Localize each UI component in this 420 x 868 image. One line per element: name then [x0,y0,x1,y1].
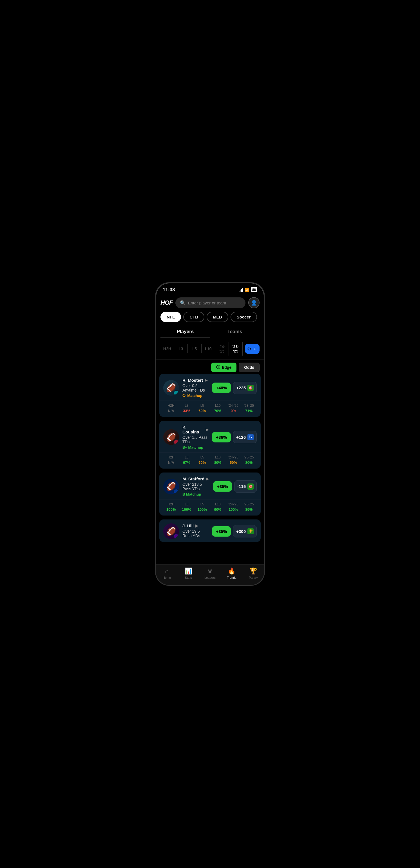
player-card-stafford[interactable]: 🏈 M. Stafford ▶ Over 213.5 Pass YDs B Ma… [159,472,261,516]
player-avatar-stafford: 🏈 [163,479,179,494]
profile-button[interactable]: 👤 [248,297,259,308]
card-top: 🏈 R. Mostert ▶ Over 0.5 Anytime TDs C- M… [159,374,261,401]
player-name: J. Hill [183,523,194,528]
player-list: 🏈 R. Mostert ▶ Over 0.5 Anytime TDs C- M… [156,374,264,564]
filter-23-25[interactable]: '23-'25 [229,342,243,355]
odds-toggle[interactable]: Odds [239,363,259,372]
filter-settings-button[interactable]: ⚙ 1 [245,344,259,354]
main-tabs: Players Teams [156,326,264,338]
nav-parlay-label: Parlay [249,576,258,579]
battery-indicator: 86 [251,287,257,292]
sport-tab-mlb[interactable]: MLB [206,312,228,322]
stat-l5: L5 100% [195,502,210,512]
nav-home[interactable]: ⌂ Home [156,567,178,579]
player-avatar-hill: 🏈 [163,523,179,539]
player-card-hill[interactable]: 🏈 J. Hill ▶ Over 19.5 Rush YDs +35% +300… [159,520,261,542]
odds-value: +225 🎯 [233,382,257,394]
stat-23-25: '23-'25 71% [241,404,257,413]
nav-trends-label: Trends [227,576,236,579]
stat-l3: L3 100% [179,502,194,512]
sport-tab-cfb[interactable]: CFB [183,312,204,322]
prop-line: Over 0.5 Anytime TDs [183,383,208,393]
player-card-cousins[interactable]: 🏈 K. Cousins ▶ Over 1.5 Pass TDs B+ Matc… [159,421,261,469]
prop-line: Over 213.5 Pass YDs [183,482,210,491]
arrow-icon: ▶ [205,378,207,382]
odds-value: +126 🛡 [233,431,257,443]
nav-trends[interactable]: 🔥 Trends [221,567,242,579]
tab-teams[interactable]: Teams [210,326,259,338]
status-bar: 11:38 📶 86 [156,283,264,295]
stat-24-25: '24-'25 50% [225,455,241,465]
phone-frame: 11:38 📶 86 HOF 🔍 Enter player or team 👤 … [155,282,265,586]
card-odds: +35% +300 🏆 [212,525,257,537]
player-name: K. Cousins [183,425,204,434]
filter-l10[interactable]: L10 [201,344,215,353]
matchup-grade: C- Matchup [183,394,208,398]
nav-stats[interactable]: 📊 Stats [178,567,199,579]
search-bar[interactable]: 🔍 Enter player or team [175,298,246,308]
player-card-mostert[interactable]: 🏈 R. Mostert ▶ Over 0.5 Anytime TDs C- M… [159,374,261,417]
arrow-icon: ▶ [206,428,208,432]
status-time: 11:38 [163,287,175,292]
sport-tab-nfl[interactable]: NFL [161,312,181,322]
sport-tab-soccer[interactable]: Soccer [230,312,257,322]
sportsbook-icon: 🎯 [247,484,254,490]
edge-percent: +36% [212,432,231,442]
card-odds: +40% +225 🎯 [212,382,257,394]
matchup-grade: B Matchup [183,492,210,496]
trends-icon: 🔥 [228,567,235,575]
search-placeholder: Enter player or team [188,301,226,305]
wifi-icon: 📶 [245,288,249,292]
card-top: 🏈 J. Hill ▶ Over 19.5 Rush YDs +35% +300… [159,520,261,542]
nav-home-label: Home [163,576,171,579]
filter-l5[interactable]: L5 [188,344,201,353]
filter-24-25[interactable]: '24-'25 [215,342,229,355]
stat-l5: L5 60% [195,455,210,465]
card-info-hill: J. Hill ▶ Over 19.5 Rush YDs [183,523,208,539]
stat-h2h: H2H N/A [163,455,179,465]
nav-parlay[interactable]: 🏆 Parlay [242,567,264,579]
filter-h2h[interactable]: H2H [161,344,174,353]
stat-l10: L10 90% [210,502,225,512]
settings-icon: ⚙ [247,346,251,352]
card-top: 🏈 K. Cousins ▶ Over 1.5 Pass TDs B+ Matc… [159,421,261,452]
card-info-stafford: M. Stafford ▶ Over 213.5 Pass YDs B Matc… [183,476,210,496]
status-icons: 📶 86 [239,287,257,292]
stat-l3: L3 67% [179,455,194,465]
signal-icon [239,288,243,292]
card-info-mostert: R. Mostert ▶ Over 0.5 Anytime TDs C- Mat… [183,378,208,398]
filter-row: H2H L3 L5 L10 '24-'25 '23-'25 ⚙ 1 [156,338,264,360]
odds-value: -115 🎯 [234,480,257,493]
sportsbook-icon: 🛡 [247,434,254,440]
bottom-nav: ⌂ Home 📊 Stats ♛ Leaders 🔥 Trends 🏆 Parl… [156,564,264,585]
filter-count: 1 [252,346,257,351]
tab-players[interactable]: Players [161,326,210,338]
card-info-cousins: K. Cousins ▶ Over 1.5 Pass TDs B+ Matchu… [183,425,208,450]
edge-toggle[interactable]: ⓘ Edge [211,363,236,372]
search-icon: 🔍 [180,300,186,306]
stat-l3: L3 33% [179,404,194,413]
card-odds: +36% +126 🛡 [212,431,257,443]
stat-l10: L10 70% [210,404,225,413]
nav-stats-label: Stats [185,576,192,579]
sportsbook-icon: 🏆 [247,528,254,534]
stat-23-25: '23-'25 80% [241,455,257,465]
prop-line: Over 1.5 Pass TDs [183,435,208,444]
filter-l3[interactable]: L3 [174,344,188,353]
edge-percent: +35% [212,526,231,536]
stat-h2h: H2H 100% [163,502,179,512]
card-odds: +35% -115 🎯 [213,480,257,493]
player-avatar-cousins: 🏈 [163,429,179,445]
stat-h2h: H2H N/A [163,404,179,413]
edge-percent: +40% [212,382,231,393]
card-top: 🏈 M. Stafford ▶ Over 213.5 Pass YDs B Ma… [159,472,261,499]
sportsbook-icon: 🎯 [247,385,254,391]
app-logo: HOF [161,299,173,306]
stats-row: H2H 100% L3 100% L5 100% L10 90% '24-'25 [159,499,261,516]
nav-leaders[interactable]: ♛ Leaders [199,567,221,579]
home-icon: ⌂ [165,567,169,575]
toggle-row: ⓘ Edge Odds [156,360,264,374]
player-avatar-mostert: 🏈 [163,380,179,396]
arrow-icon: ▶ [195,524,198,528]
stat-l5: L5 60% [195,404,210,413]
